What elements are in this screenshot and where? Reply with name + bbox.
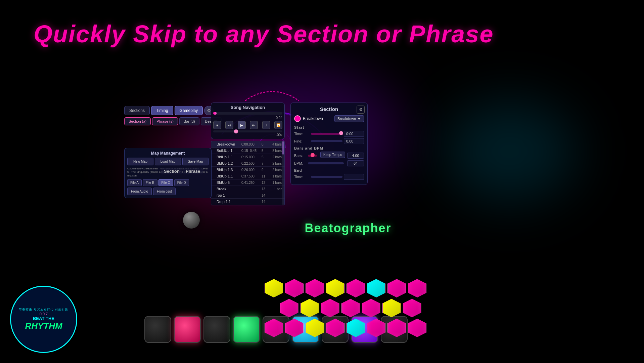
hex-floor (228, 279, 463, 363)
end-time-row: Time: (294, 174, 364, 180)
pad-dark-2[interactable] (203, 316, 230, 343)
phrase-label: Phrase (183, 168, 203, 174)
main-tabs-row: Sections Timing Gameplay ⚙ (124, 106, 222, 115)
bpm-value: 64 (347, 160, 364, 166)
section-label: Section (161, 168, 182, 174)
stop-button[interactable]: ■ (213, 121, 221, 129)
hex-3-1 (265, 319, 283, 337)
section-row-buildup1[interactable]: BuildUp 1 0:15- 0:45 5 8 bars (211, 148, 284, 154)
hex-yellow-1 (265, 279, 283, 297)
position-bar[interactable] (213, 130, 282, 132)
section-icon (294, 115, 301, 122)
section-panel-title: Section (294, 106, 364, 112)
section-shortcut[interactable]: Section (a) (124, 117, 151, 125)
file-c-button[interactable]: File C (158, 179, 173, 186)
timing-tab[interactable]: Timing (151, 106, 173, 115)
section-row-bldup12[interactable]: BldUp 1.2 0:22.500 7 2 bars (211, 160, 284, 167)
start-heading: Start (294, 125, 364, 129)
load-map-button[interactable]: Load Map (155, 158, 181, 165)
hex-3-2 (285, 319, 304, 337)
section-row-bldup5[interactable]: BldUp 5 0:41.250 12 1 bars (211, 179, 284, 186)
hex-row-3 (265, 319, 426, 337)
loop-button[interactable]: 🔁 (274, 121, 282, 129)
section-row-bldup13[interactable]: BldUp 1.3 0:26.000 9 2 bars (211, 167, 284, 173)
file-slots-row: File A File B File C File D (127, 179, 209, 186)
floating-sphere (183, 212, 200, 229)
logo-japanese: 节奏打击 リズムを打つ 비트리듬 (19, 308, 68, 312)
section-row-bldup11[interactable]: BldUp 1.1 0:15.000 5 2 bars (211, 154, 284, 160)
bg-glow-cyan (443, 101, 577, 202)
section-selected-name: Breakdown (303, 116, 332, 121)
section-gear-button[interactable]: ⚙ (357, 106, 365, 114)
start-time-row: Time: (294, 131, 364, 137)
fast-forward-button[interactable]: ⏭ (250, 121, 258, 129)
hex-3-3 (306, 319, 324, 337)
pad-dark-1[interactable] (144, 316, 171, 343)
song-progress-bar[interactable] (213, 112, 282, 115)
bars-label: Bars: (294, 154, 306, 158)
from-audio-button[interactable]: From Audio (127, 188, 152, 195)
end-time-input[interactable] (344, 174, 364, 180)
position-thumb (234, 129, 238, 133)
scrollbar-track (282, 141, 284, 205)
bars-value: 4.00 (347, 153, 364, 159)
hex-cyan-1 (367, 279, 385, 297)
phrase-shortcut[interactable]: Phrase (s) (152, 117, 178, 125)
hex-pink-4 (387, 279, 406, 297)
shortcut-row: Section (a) Phrase (s) Bar (d) Beat (f) (124, 117, 222, 125)
fine-label: Fine: (294, 139, 311, 143)
section-selector-row: Breakdown Breakdown ▼ (294, 115, 364, 122)
hex-pink-5 (408, 279, 426, 297)
logo-circle: 节奏打击 リズムを打つ 비트리듬 0.9.7 BEAT THE RHYTHM (10, 286, 77, 353)
section-row-breakdown[interactable]: Breakdown 0:00.000 0 4 bars (211, 141, 284, 148)
hex-row-2 (280, 299, 421, 317)
hex-2-7 (403, 299, 421, 317)
hex-3-6 (367, 319, 385, 337)
gameplay-tab[interactable]: Gameplay (175, 106, 203, 115)
metronome-button[interactable]: ♩ (262, 121, 270, 129)
hex-grid (228, 279, 463, 337)
section-row-bldup1-1[interactable]: BldUp 1.1 0:37.500 11 1 bars (211, 173, 284, 179)
section-row-break[interactable]: Break 13 1 bar (211, 186, 284, 192)
progress-fill (213, 112, 217, 115)
hex-3-7 (387, 319, 406, 337)
save-map-button[interactable]: Save Map (182, 158, 209, 165)
map-action-buttons: New Map Load Map Save Map (127, 158, 209, 165)
section-panel: Section ⚙ Breakdown Breakdown ▼ Start Ti… (290, 103, 368, 185)
start-fine-row: Fine: (294, 138, 364, 144)
file-a-button[interactable]: File A (127, 179, 142, 186)
section-row-drop11[interactable]: Drop 1.1 14 (211, 199, 284, 205)
fine-input[interactable] (344, 138, 364, 144)
rewind-button[interactable]: ⏮ (225, 121, 233, 129)
file-d-button[interactable]: File D (174, 179, 189, 186)
speed-display: 1.00x (213, 133, 282, 137)
transport-controls: ■ ⏮ ▶ ⏭ ♩ 🔁 (213, 121, 282, 129)
source-buttons-row: From Audio From osu! (127, 188, 209, 195)
from-osu-button[interactable]: From osu! (153, 188, 176, 195)
new-map-button[interactable]: New Map (127, 158, 153, 165)
keep-tempo-button[interactable]: Keep Tempo (320, 152, 345, 158)
hex-pink-1 (285, 279, 304, 297)
file-b-button[interactable]: File B (143, 179, 157, 186)
section-dropdown[interactable]: Breakdown ▼ (334, 115, 364, 122)
song-navigation-panel: Song Navigation 0:04 ■ ⏮ ▶ ⏭ ♩ 🔁 1.00x (211, 103, 285, 139)
bar-shortcut[interactable]: Bar (d) (179, 117, 199, 125)
hex-3-5 (347, 319, 365, 337)
section-row-drop1[interactable]: rop 1 14 (211, 192, 284, 199)
scrollbar-thumb[interactable] (282, 141, 284, 155)
start-time-input[interactable] (344, 131, 364, 137)
logo-version: 0.9.7 (40, 312, 48, 316)
hex-2-4 (341, 299, 360, 317)
hex-row-1 (265, 279, 426, 297)
bars-row: Bars: Keep Tempo 4.00 (294, 152, 364, 159)
hex-pink-3 (347, 279, 365, 297)
sections-tab[interactable]: Sections (124, 106, 150, 115)
play-button[interactable]: ▶ (238, 121, 246, 129)
time-label: Time: (294, 132, 311, 136)
pad-pink[interactable] (174, 316, 201, 343)
map-panel-title: Map Management (127, 151, 209, 156)
hex-2-2 (301, 299, 319, 317)
headline: Quickly Skip to any Section or Phrase (34, 20, 494, 48)
hex-2-5 (362, 299, 380, 317)
logo-beat-the: BEAT THE (33, 316, 54, 321)
